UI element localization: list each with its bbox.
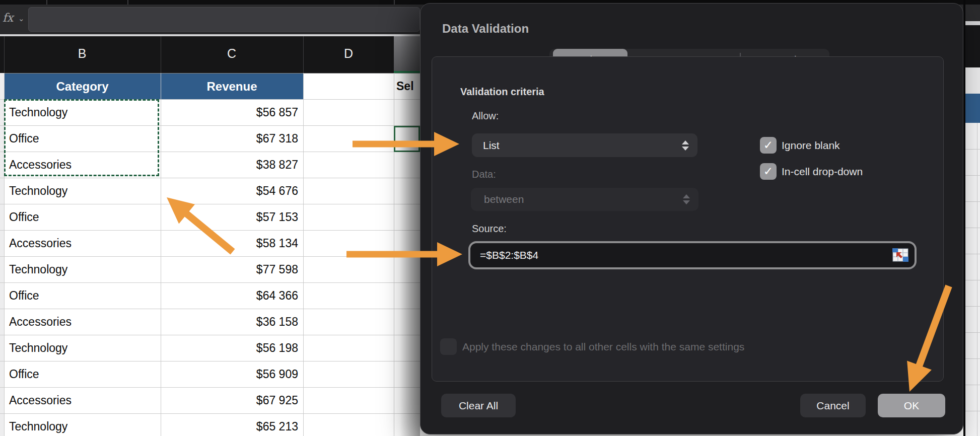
gridline: [0, 178, 420, 178]
gridline: [0, 230, 420, 231]
column-separator: [161, 36, 161, 73]
column-header-D[interactable]: D: [344, 46, 353, 61]
section-title: Validation criteria: [460, 86, 544, 98]
category-cell[interactable]: Accessories: [9, 309, 155, 335]
sheet-row: Technology$56 198: [0, 335, 420, 361]
column-separator: [303, 36, 304, 73]
gridline: [965, 254, 980, 254]
cell-B1-header[interactable]: Category: [4, 74, 161, 99]
gridline: [965, 201, 980, 202]
data-dropdown-disabled: between: [471, 188, 698, 211]
cell-C1-header[interactable]: Revenue: [161, 74, 303, 99]
settings-panel: Validation criteria Allow: List ✓ Ignore…: [432, 56, 944, 382]
revenue-cell[interactable]: $38 827: [166, 152, 298, 178]
category-cell[interactable]: Accessories: [9, 230, 155, 256]
data-label: Data:: [472, 169, 496, 180]
revenue-cell[interactable]: $56 857: [166, 99, 298, 125]
sheet-row: Office$57 153: [0, 204, 420, 230]
category-cell[interactable]: Accessories: [9, 387, 155, 413]
revenue-cell[interactable]: $65 213: [166, 413, 298, 436]
revenue-cell[interactable]: $57 153: [166, 204, 298, 230]
source-label: Source:: [472, 223, 507, 235]
clear-all-button[interactable]: Clear All: [441, 394, 516, 417]
category-cell[interactable]: Technology: [9, 178, 155, 204]
revenue-cell[interactable]: $64 366: [166, 282, 298, 309]
revenue-cell[interactable]: $56 909: [166, 361, 298, 387]
chevron-up-down-icon: [683, 194, 690, 205]
category-cell[interactable]: Technology: [9, 256, 155, 282]
formula-input[interactable]: [28, 7, 420, 32]
source-input[interactable]: =$B$2:$B$4: [468, 241, 917, 269]
category-cell[interactable]: Technology: [9, 413, 155, 436]
gridline: [0, 282, 420, 283]
gridline: [965, 280, 980, 280]
revenue-cell[interactable]: $67 318: [166, 125, 298, 152]
ignore-blank-label: Ignore blank: [782, 137, 840, 154]
toolbar-divider: [394, 0, 395, 5]
excel-dark-window: fx ⌄ B C D Category Revenue Sel Technolo…: [0, 0, 980, 436]
cancel-button[interactable]: Cancel: [800, 394, 866, 417]
sliver-divider: [965, 21, 980, 25]
sliver-toolbar: [965, 5, 980, 21]
column-separator: [4, 36, 5, 73]
revenue-cell[interactable]: $56 198: [166, 335, 298, 361]
gridline: [0, 256, 420, 257]
category-cell[interactable]: Technology: [9, 335, 155, 361]
data-value: between: [484, 193, 524, 205]
ignore-blank-checkbox[interactable]: ✓: [760, 137, 777, 154]
gridline: [303, 73, 304, 436]
gridline: [161, 73, 161, 436]
allow-dropdown[interactable]: List: [472, 133, 697, 157]
range-selector-icon[interactable]: [892, 248, 908, 262]
sheet-row: Accessories$58 134: [0, 230, 420, 256]
sliver-topstrip: [965, 0, 980, 5]
category-cell[interactable]: Office: [9, 361, 155, 387]
gridline: [965, 332, 980, 333]
revenue-cell[interactable]: $58 134: [166, 230, 298, 256]
revenue-cell[interactable]: $54 676: [166, 178, 298, 204]
sheet-row: Office$56 909: [0, 361, 420, 387]
sliver-cells: [965, 123, 980, 436]
sliver-cell: [965, 67, 980, 94]
copied-range-marquee: [4, 99, 159, 176]
column-header-B[interactable]: B: [78, 46, 87, 61]
ok-button[interactable]: OK: [878, 394, 945, 417]
gridline: [965, 149, 980, 150]
sheet-row: Technology$65 213: [0, 413, 420, 436]
gridline: [965, 228, 980, 228]
in-cell-dropdown-checkbox[interactable]: ✓: [760, 163, 777, 180]
sheet-row: Office$64 366: [0, 282, 420, 309]
sheet-row: Accessories$67 925: [0, 387, 420, 413]
chevron-down-icon[interactable]: ⌄: [18, 14, 25, 23]
fx-icon: fx: [3, 11, 13, 24]
sliver-gridline: [977, 123, 977, 436]
allow-value: List: [483, 139, 500, 151]
gridline: [0, 204, 420, 204]
allow-label: Allow:: [472, 110, 499, 122]
toolbar-divider: [46, 0, 47, 5]
apply-all-label: Apply these changes to all other cells w…: [462, 338, 744, 355]
revenue-cell[interactable]: $36 158: [166, 309, 298, 335]
dialog-shadow: [400, 34, 420, 436]
sheet-row: Technology$54 676: [0, 178, 420, 204]
gridline: [965, 358, 980, 359]
sheet-row: Accessories$36 158: [0, 309, 420, 335]
dialog-title: Data Validation: [442, 22, 529, 36]
gridline: [0, 335, 420, 335]
gridline: [965, 411, 980, 411]
revenue-cell[interactable]: $77 598: [166, 256, 298, 282]
revenue-cell[interactable]: $67 925: [166, 387, 298, 413]
column-header-band: [0, 36, 420, 74]
gridline: [965, 306, 980, 307]
category-cell[interactable]: Office: [9, 282, 155, 309]
toolbar-divider: [127, 0, 128, 5]
source-value: =$B$2:$B$4: [480, 243, 538, 267]
gridline: [0, 413, 420, 414]
sheet-row: Technology$77 598: [0, 256, 420, 282]
chevron-up-down-icon: [682, 140, 689, 151]
category-cell[interactable]: Office: [9, 204, 155, 230]
gridline: [0, 361, 420, 361]
column-header-C[interactable]: C: [227, 46, 236, 61]
gridline: [965, 175, 980, 176]
gridline: [0, 309, 420, 309]
